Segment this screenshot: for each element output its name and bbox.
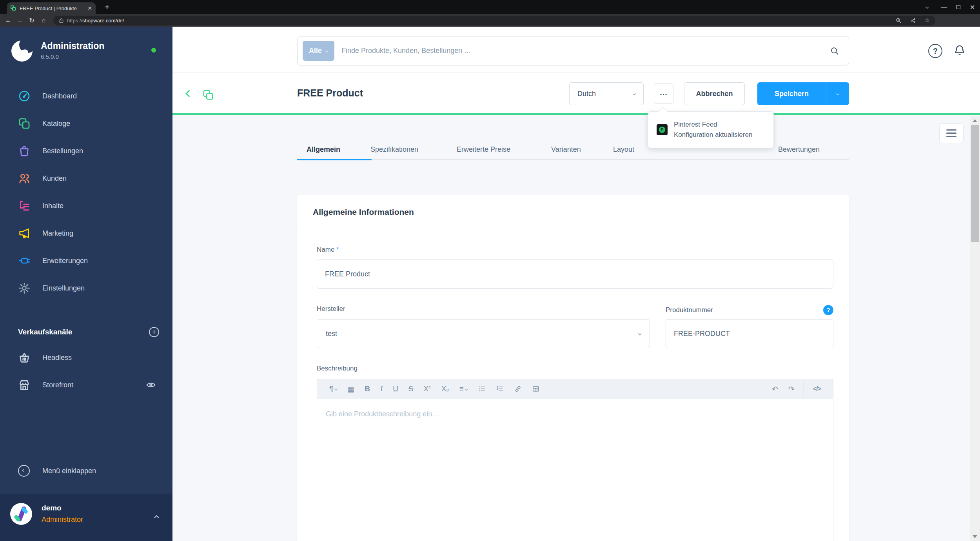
sidebar-item-kunden[interactable]: Kunden [0,165,172,192]
back-icon[interactable] [187,91,192,98]
page-title: FREE Product [297,87,363,99]
tab-search-icon[interactable] [926,0,928,14]
add-sales-channel-icon[interactable]: + [149,327,159,337]
avatar [10,503,32,525]
browser-tab[interactable]: FREE Product | Produkte ✕ [7,2,96,14]
address-bar[interactable]: https://shopware.com/de/ ☆ [53,16,935,25]
manufacturer-value: test [326,330,337,338]
unordered-list-icon[interactable] [473,379,491,399]
manufacturer-select[interactable]: test [317,319,650,348]
browser-tab-strip: FREE Product | Produkte ✕ + — ✕ [0,0,980,14]
sidebar-item-dashboard[interactable]: Dashboard [0,82,172,110]
zoom-icon[interactable] [896,18,902,24]
code-view-icon[interactable]: </> [808,379,826,399]
product-number-input[interactable] [666,319,833,348]
collapse-menu-label: Menü einklappen [42,467,96,475]
page-settings-button[interactable] [939,123,964,143]
undo-icon[interactable]: ↶ [767,379,783,399]
lock-icon [59,18,64,23]
sidebar-item-storefront[interactable]: Storefront [0,371,172,399]
chevron-up-icon [155,514,158,521]
sidebar-item-headless[interactable]: Headless [0,344,172,371]
card-header: Allgemeine Informationen [297,195,849,229]
browser-home-icon[interactable]: ⌂ [38,17,49,24]
shopware-logo [10,39,34,63]
help-icon[interactable]: ? [928,44,942,58]
link-icon[interactable] [509,379,527,399]
vertical-scrollbar[interactable] [970,116,980,541]
tab-bewertungen[interactable]: Bewertungen [778,145,820,154]
tab-close-icon[interactable]: ✕ [87,5,92,11]
gauge-icon [18,90,31,102]
sidebar-item-label: Bestellungen [42,147,83,155]
description-textarea[interactable]: Gib eine Produktbeschreibung ein ... [317,399,833,541]
storefront-icon [18,379,31,391]
name-input[interactable] [317,260,833,289]
sidebar-item-einstellungen[interactable]: Einstellungen [0,274,172,302]
preview-eye-icon[interactable] [146,380,156,390]
context-menu-button[interactable]: ... [654,84,673,104]
sidebar-item-bestellungen[interactable]: Bestellungen [0,137,172,165]
language-value: Dutch [577,90,596,98]
sidebar-item-kataloge[interactable]: Kataloge [0,110,172,137]
bookmark-star-icon[interactable]: ☆ [925,17,930,24]
user-menu[interactable]: demo Administrator [0,494,172,541]
save-options-button[interactable] [826,82,849,105]
collapse-menu-button[interactable]: Menü einklappen [18,461,96,481]
browser-toolbar: ← → ↻ ⌂ https://shopware.com/de/ ☆ [0,14,980,27]
window-minimize-button[interactable]: — [941,0,947,14]
color-swatch-icon[interactable]: ▦ [342,379,359,399]
chevron-down-icon [638,332,641,335]
main-menu: Dashboard Kataloge Bestellungen Kunden I… [0,82,172,302]
scrollbar-thumb[interactable] [971,125,979,242]
tab-spezifikationen[interactable]: Spezifikationen [370,145,418,154]
browser-forward-icon[interactable]: → [14,17,26,24]
bold-icon[interactable]: B [359,379,375,399]
tab-erweiterte-preise[interactable]: Erweiterte Preise [457,145,510,154]
context-menu-item-label: Pinterest Feed Konfiguration aktualisier… [674,120,756,140]
table-icon[interactable] [527,379,545,399]
save-split-button[interactable]: Speichern [757,82,849,105]
tab-layout[interactable]: Layout [613,145,634,154]
active-tab-indicator [297,159,372,160]
global-search[interactable]: Alle [297,36,849,65]
cancel-button[interactable]: Abbrechen [684,82,745,105]
search-input[interactable] [341,47,830,55]
shopping-bag-icon [18,145,31,157]
sidebar-item-label: Kataloge [42,120,70,128]
sidebar-item-inhalte[interactable]: Inhalte [0,192,172,220]
sidebar-item-erweiterungen[interactable]: Erweiterungen [0,247,172,274]
paragraph-style-icon[interactable]: ¶ [324,379,342,399]
context-menu-item-pinterest[interactable]: P Pinterest Feed Konfiguration aktualisi… [657,120,765,140]
browser-reload-icon[interactable]: ↻ [26,17,38,24]
superscript-icon[interactable]: X¹ [419,379,436,399]
window-restore-button[interactable] [956,0,960,14]
new-tab-button[interactable]: + [102,2,112,12]
save-button[interactable]: Speichern [757,82,826,105]
field-help-icon[interactable]: ? [823,305,833,315]
ordered-list-icon[interactable] [491,379,509,399]
duplicate-icon[interactable] [202,89,214,101]
italic-icon[interactable]: I [375,379,388,399]
text-align-icon[interactable]: ≡ [454,379,473,399]
scroll-up-icon[interactable] [973,119,977,122]
redo-icon[interactable]: ↷ [783,379,800,399]
language-select[interactable]: Dutch [569,82,644,105]
editor-toolbar: ¶ ▦ B I U S X¹ X₂ ≡ ↶ ↷ [317,379,833,399]
tab-varianten[interactable]: Varianten [551,145,581,154]
notification-bell-icon[interactable] [953,43,967,57]
underline-icon[interactable]: U [388,379,403,399]
scroll-down-icon[interactable] [973,535,977,538]
subscript-icon[interactable]: X₂ [436,379,454,399]
sidebar-item-marketing[interactable]: Marketing [0,220,172,247]
product-number-label: Produktnummer [666,306,713,314]
strikethrough-icon[interactable]: S [403,379,419,399]
admin-topbar: Alle ? [172,27,980,73]
browser-back-icon[interactable]: ← [2,17,14,24]
search-scope-select[interactable]: Alle [303,41,334,61]
window-close-button[interactable]: ✕ [970,0,975,14]
share-icon[interactable] [910,18,916,24]
app-title: Administration [41,41,104,51]
tab-allgemein[interactable]: Allgemein [307,145,340,154]
customers-icon [18,172,31,185]
